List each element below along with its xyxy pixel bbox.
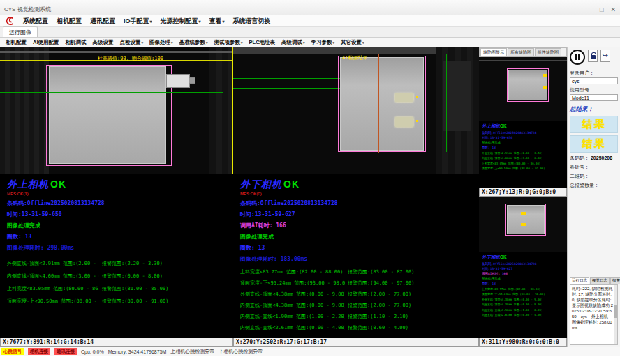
tool-ai-usage-config[interactable]: AI使用配置 [33, 39, 59, 46]
product-block [508, 70, 547, 100]
result-badge-upper: 结果 [570, 116, 618, 133]
heartbeat-status-badge: 心跳信号 [1, 348, 24, 355]
thumb2-result-text: 外下相机OK 条码码:Offline2025020813134728 时间:13… [479, 252, 567, 338]
chevron-down-icon: ▾ [362, 40, 364, 45]
measurement-row: 内侧直线-直线<2.61mm 范围:(0.60 - 4.00)报警范围:(0.6… [240, 324, 472, 331]
defect-speck [416, 120, 418, 122]
upper-camera-image[interactable]: 柱高阈值:93, 吻合阈值:100 [0, 47, 233, 174]
mes-status: MES:OK(0) [240, 192, 472, 196]
maximize-icon[interactable]: □ [600, 7, 603, 13]
thumb2-image[interactable] [479, 197, 567, 252]
menu-io-config[interactable]: IO手配置▾ [124, 17, 152, 26]
tool-other-settings[interactable]: 其它设置▾ [341, 39, 364, 46]
right-sidebar: ↪ 登录用户： cys 使用型号： Mode11 总结果： 结果 结果 条码码：… [567, 47, 620, 347]
machine-rail [0, 51, 232, 53]
defect-speck [543, 86, 547, 89]
tab-run-log[interactable]: 运行日志 [570, 277, 589, 284]
measure-line-green [0, 103, 223, 103]
elapsed-line: 图像处理耗时: 298.00ms [7, 244, 226, 252]
minimize-icon[interactable]: ─ [589, 7, 593, 13]
thumb1-image[interactable] [479, 57, 567, 121]
close-icon[interactable]: ✕ [610, 7, 616, 13]
tab-alarm-log[interactable]: 报警日志 [610, 277, 620, 284]
lower-camera-result-text: 外下相机OK MES:OK(0) 条码码:Offline202502081313… [233, 174, 479, 338]
login-user-value[interactable]: cys [570, 77, 618, 84]
weld-spot [395, 93, 413, 102]
tool-camera-debug[interactable]: 相机调试 [66, 39, 87, 46]
ai-elapsed-line: 调用AI耗时: 166 [482, 272, 564, 275]
tool-advanced-debug[interactable]: 高级调试▾ [281, 39, 305, 46]
model-value[interactable]: Mode11 [570, 94, 618, 101]
defect-speck [416, 96, 418, 98]
camera-result-title: 外上相机OK [7, 179, 226, 191]
tool-bar: 相机配置 AI使用配置 相机调试 高级设置 点检设置▾ 图像处理▾ 基准线参数▾… [0, 38, 620, 47]
menu-camera-config[interactable]: 相机配置 [57, 17, 82, 26]
measurement-row: 内侧直线-顶面<4.60mm 范围:(3.00 - 6.00)报警范围:(0.0… [7, 273, 226, 280]
lower-camera-pixel-caption: X:270;Y:2502;R:17;G:17;B:17 [233, 338, 479, 347]
ai-result-overlay-label: AI检测结果 [342, 54, 367, 61]
tool-test-item-params[interactable]: 测试项参数▾ [214, 39, 243, 46]
measure-line-green [0, 92, 223, 93]
defect-speck [521, 223, 526, 226]
ai-roi-box-orange [378, 54, 448, 153]
lock-button[interactable] [588, 50, 598, 62]
measurement-row: 内侧直线-直线<2.61mm 范围:(0.60 - 4.00) [482, 313, 564, 317]
measurement-row: 外侧直线-顶面<2.91mm 范围:(2.00 - 3.50) [482, 151, 564, 155]
menu-view[interactable]: 查看▾ [209, 17, 225, 26]
tab-defect-display[interactable]: 缺陷图显示 [480, 48, 507, 56]
login-user-label: 登录用户： [570, 70, 618, 77]
process-done-line: 图像处理完成 [7, 222, 226, 229]
menu-language-switch[interactable]: 系统语言切换 [233, 17, 271, 26]
tool-learning-params[interactable]: 学习参数▾ [311, 39, 335, 46]
menu-light-config[interactable]: 光源控制配置▾ [161, 17, 201, 26]
measurement-row: 顶面宽度-下<95.24mm 范围:(93.00 - 98.00) [482, 292, 564, 296]
pause-button[interactable] [570, 50, 585, 65]
status-bar: 心跳信号 相机连接 通讯连接 Cpu: 0.0% Memory: 3424.41… [0, 347, 620, 356]
window-title: CYS-视觉检测系统 [4, 6, 51, 13]
time-line: 时间:13-31-59-650 [482, 136, 564, 139]
memory-usage: Memory: 3424.41796875M [108, 349, 167, 354]
log-tabs: 运行日志 视觉日志 报警日志 [570, 277, 618, 284]
log-scrollbar[interactable] [614, 285, 617, 344]
measurement-row: 顶面宽度-下<95.24mm 范围:(93.00 - 98.00)报警范围:(9… [240, 280, 472, 287]
tool-plc-address-table[interactable]: PLC地址表 [249, 39, 276, 46]
measurement-row: 顶面宽度-上<90.50mm 范围:(88.00 - 92.00)报警范围:(8… [7, 298, 226, 305]
qr-label: 二维码： [570, 174, 589, 179]
tool-spot-check[interactable]: 点检设置▾ [120, 39, 144, 46]
tab-all-defects[interactable]: 所有缺陷图 [508, 48, 534, 56]
barcode-field: 条码码： 20250208 [570, 155, 618, 162]
tab-run-image[interactable]: 运行图像 [3, 26, 38, 37]
count-line: 圈数: 13 [482, 146, 564, 149]
chevron-down-icon: ▾ [241, 40, 243, 45]
tab-vision-log[interactable]: 视觉日志 [590, 277, 610, 284]
view-tab-row: 运行图像 [0, 27, 620, 38]
measurement-row: 上料宽度<83.05mm 范围:(80.00 - 86.00) [482, 162, 564, 165]
qr-field: 二维码： [570, 173, 618, 180]
window-controls: ─ □ ✕ [589, 7, 616, 13]
time-line: 时间:13-31-59-627 [482, 267, 564, 271]
scrollbar-thumb[interactable] [614, 305, 617, 318]
upper-camera-result-text: 外上相机OK MES:OK(1) 条码码:Offline202502081313… [0, 174, 233, 338]
ok-status: OK [283, 179, 300, 190]
count-line: 圈数: 13 [482, 282, 564, 285]
menu-system-config[interactable]: 系统配置 [23, 17, 48, 26]
lower-camera-image[interactable]: AI检测结果 [233, 47, 479, 174]
measurement-list: 上料宽度<83.77mm 范围:(82.00 - 88.00)报警范围:(83.… [240, 268, 472, 331]
tab-component-defects[interactable]: 组件缺陷图 [535, 48, 561, 56]
connector-tip [189, 77, 195, 84]
app-window: CYS-视觉检测系统 ─ □ ✕ 系统配置 相机配置 通讯配置 IO手配置▾ 光… [0, 0, 620, 364]
sidebar-buttons: ↪ [570, 50, 618, 65]
thumb2-pixel-caption: X:311;Y:980;R:0;G:0;B:0 [479, 338, 567, 347]
defect-speck [521, 212, 526, 215]
log-panel[interactable]: 耗时: 222, 缺陷检测耗时: 17, 缺陷分离耗时: 0, 缺陷提取分区耗时… [570, 284, 618, 345]
model-label: 使用型号： [570, 86, 618, 93]
menu-comm-config[interactable]: 通讯配置 [90, 17, 115, 26]
barcode-line: 条码码:Offline2025020813134728 [482, 262, 564, 266]
tool-advanced-settings[interactable]: 高级设置 [93, 39, 114, 46]
logout-button[interactable]: ↪ [600, 50, 610, 62]
barcode-line: 条码码:Offline2025020813134728 [482, 131, 564, 135]
tool-camera-config[interactable]: 相机配置 [6, 39, 27, 46]
tool-image-processing[interactable]: 图像处理▾ [149, 39, 173, 46]
tool-baseline-params[interactable]: 基准线参数▾ [179, 39, 208, 46]
lower-camera-heartbeat-status: 下相机心跳检测异常 [219, 348, 263, 355]
